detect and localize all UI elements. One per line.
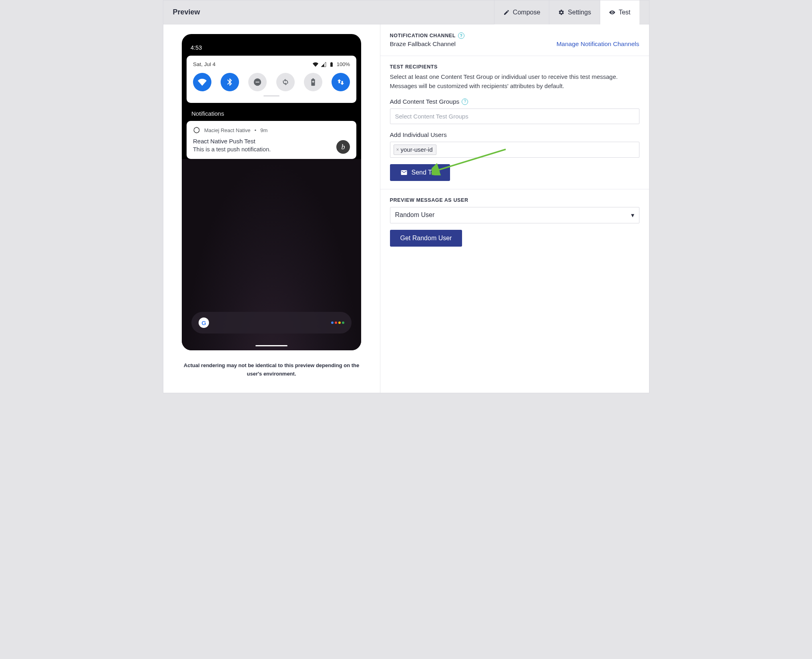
quick-settings-header: Sat, Jul 4 100% <box>193 61 350 67</box>
drag-handle[interactable] <box>263 95 279 96</box>
user-chip-label: your-user-id <box>401 146 433 153</box>
battery-status-icon <box>329 62 334 67</box>
google-icon: G <box>199 317 209 328</box>
toggle-bluetooth[interactable] <box>221 73 239 91</box>
help-icon[interactable]: ? <box>458 32 464 39</box>
preview-as-select[interactable]: Random User ▾ <box>390 207 639 223</box>
preview-as-label: PREVIEW MESSAGE AS USER <box>390 197 639 203</box>
quick-settings-card: Sat, Jul 4 100% <box>187 56 356 103</box>
search-pill[interactable]: G <box>191 312 352 334</box>
notification-text: This is a test push notification. <box>193 145 350 153</box>
users-input[interactable]: × your-user-id <box>390 142 639 158</box>
users-label: Add Individual Users <box>390 124 639 139</box>
channel-row: Braze Fallback Channel Manage Notificati… <box>390 39 639 48</box>
groups-label-row: Add Content Test Groups ? <box>390 91 639 105</box>
tabs: Compose Settings Test <box>494 0 639 24</box>
battery-pct: 100% <box>337 61 350 67</box>
user-chip[interactable]: × your-user-id <box>394 145 436 155</box>
avatar-letter: b <box>342 143 345 151</box>
notification-time: 9m <box>260 127 267 133</box>
groups-input[interactable]: Select Content Test Groups <box>390 108 639 124</box>
page-title: Preview <box>173 8 200 16</box>
notification-card[interactable]: Maciej React Native • 9m React Native Pu… <box>187 121 356 159</box>
signal-status-icon <box>321 62 326 67</box>
assistant-icon <box>331 321 344 324</box>
preview-caption: Actual rendering may not be identical to… <box>175 350 369 378</box>
status-icons: 100% <box>313 61 350 67</box>
body: 4:53 Sat, Jul 4 100% <box>163 24 649 393</box>
toggle-dnd[interactable] <box>248 73 267 91</box>
section-channel: NOTIFICATION CHANNEL ? Braze Fallback Ch… <box>380 24 649 56</box>
notification-head: Maciej React Native • 9m <box>193 127 350 134</box>
phone-wallpaper: G <box>182 159 361 350</box>
quick-toggles <box>193 67 350 91</box>
chevron-down-icon: ▾ <box>631 211 634 219</box>
toggle-data[interactable] <box>332 73 350 91</box>
section-preview-as: PREVIEW MESSAGE AS USER Random User ▾ Ge… <box>380 189 649 255</box>
channel-label: NOTIFICATION CHANNEL <box>390 33 456 38</box>
channel-value: Braze Fallback Channel <box>390 40 456 48</box>
wifi-status-icon <box>313 62 318 67</box>
tab-label: Compose <box>513 9 540 16</box>
groups-label: Add Content Test Groups <box>390 98 460 105</box>
toggle-wifi[interactable] <box>193 73 211 91</box>
notification-body: React Native Push Test This is a test pu… <box>193 134 350 153</box>
envelope-icon <box>400 169 408 176</box>
avatar: b <box>336 140 350 154</box>
tab-compose[interactable]: Compose <box>494 0 549 24</box>
close-icon[interactable]: × <box>396 147 399 153</box>
get-random-user-button[interactable]: Get Random User <box>390 230 462 247</box>
notification-title: React Native Push Test <box>193 138 350 145</box>
preview-as-value: Random User <box>395 211 435 219</box>
phone-mock: 4:53 Sat, Jul 4 100% <box>182 34 361 350</box>
preview-column: 4:53 Sat, Jul 4 100% <box>163 24 380 393</box>
tab-settings[interactable]: Settings <box>549 0 600 24</box>
manage-channels-link[interactable]: Manage Notification Channels <box>557 40 639 48</box>
notification-app-name: Maciej React Native <box>204 127 251 133</box>
status-time: 4:53 <box>191 44 202 51</box>
notifications-heading: Notifications <box>182 103 361 121</box>
gear-icon <box>558 9 565 16</box>
config-column: NOTIFICATION CHANNEL ? Braze Fallback Ch… <box>380 24 649 393</box>
tab-label: Test <box>619 9 630 16</box>
recipients-desc: Select at least one Content Test Group o… <box>390 70 639 91</box>
tab-label: Settings <box>568 9 591 16</box>
app-icon <box>193 127 200 134</box>
home-indicator[interactable] <box>255 345 287 346</box>
recipients-label: TEST RECIPIENTS <box>390 64 639 70</box>
bullet: • <box>255 127 257 133</box>
app-root: Preview Compose Settings Test 4:53 <box>163 0 649 393</box>
header-bar: Preview Compose Settings Test <box>163 0 649 24</box>
status-date: Sat, Jul 4 <box>193 61 215 67</box>
send-test-label: Send Test <box>412 169 440 176</box>
get-random-user-label: Get Random User <box>400 235 452 242</box>
help-icon[interactable]: ? <box>462 98 468 105</box>
pencil-icon <box>503 9 510 16</box>
toggle-battery-saver[interactable] <box>304 73 322 91</box>
tab-test[interactable]: Test <box>600 0 639 24</box>
send-test-button[interactable]: Send Test <box>390 164 450 181</box>
section-recipients: TEST RECIPIENTS Select at least one Cont… <box>380 56 649 189</box>
toggle-autorotate[interactable] <box>276 73 295 91</box>
phone-status-bar: 4:53 <box>182 34 361 53</box>
eye-icon <box>609 9 615 16</box>
channel-label-row: NOTIFICATION CHANNEL ? <box>390 32 639 39</box>
